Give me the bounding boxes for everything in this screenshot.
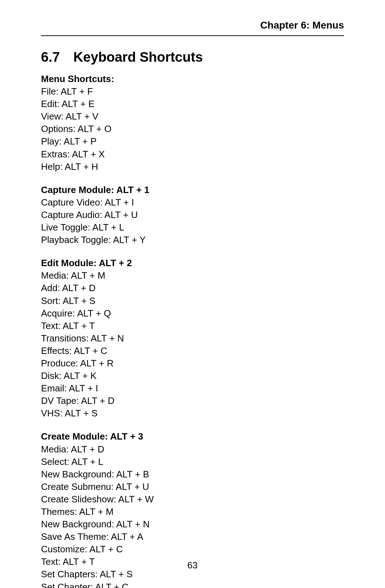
shortcut-group: Edit Module: ALT + 2Media: ALT + MAdd: A… xyxy=(41,257,344,420)
page-number: 63 xyxy=(0,560,385,571)
shortcut-line: New Background: ALT + B xyxy=(41,468,344,481)
shortcut-line: Select: ALT + L xyxy=(41,456,344,468)
shortcut-line: Customize: ALT + C xyxy=(41,543,344,556)
shortcut-line: Capture Video: ALT + I xyxy=(41,196,344,209)
shortcut-group: Capture Module: ALT + 1Capture Video: AL… xyxy=(41,184,344,246)
group-heading: Menu Shortcuts: xyxy=(41,73,344,85)
shortcut-line: View: ALT + V xyxy=(41,110,344,123)
section-heading-text: Keyboard Shortcuts xyxy=(73,50,203,65)
shortcut-group: Menu Shortcuts:File: ALT + FEdit: ALT + … xyxy=(41,73,344,173)
shortcut-line: DV Tape: ALT + D xyxy=(41,395,344,407)
shortcut-line: Sort: ALT + S xyxy=(41,295,344,307)
shortcut-line: Add: ALT + D xyxy=(41,282,344,294)
section-title: 6.7Keyboard Shortcuts xyxy=(41,50,344,65)
group-heading: Edit Module: ALT + 2 xyxy=(41,257,344,269)
shortcut-line: Produce: ALT + R xyxy=(41,357,344,370)
shortcut-line: New Background: ALT + N xyxy=(41,518,344,531)
shortcut-line: VHS: ALT + S xyxy=(41,407,344,420)
shortcut-line: Save As Theme: ALT + A xyxy=(41,531,344,543)
group-heading: Create Module: ALT + 3 xyxy=(41,430,344,443)
shortcut-line: Set Chapter: ALT + C xyxy=(41,581,344,588)
group-heading: Capture Module: ALT + 1 xyxy=(41,184,344,196)
chapter-header: Chapter 6: Menus xyxy=(41,20,344,36)
shortcut-line: Capture Audio: ALT + U xyxy=(41,209,344,221)
shortcut-line: Text: ALT + T xyxy=(41,320,344,332)
shortcuts-content: Menu Shortcuts:File: ALT + FEdit: ALT + … xyxy=(41,73,344,588)
shortcut-line: Acquire: ALT + Q xyxy=(41,307,344,320)
shortcut-line: Themes: ALT + M xyxy=(41,506,344,518)
shortcut-line: Help: ALT + H xyxy=(41,161,344,173)
shortcut-line: Create Submenu: ALT + U xyxy=(41,481,344,493)
shortcut-line: Playback Toggle: ALT + Y xyxy=(41,234,344,246)
shortcut-line: File: ALT + F xyxy=(41,85,344,98)
shortcut-line: Options: ALT + O xyxy=(41,123,344,135)
section-number: 6.7 xyxy=(41,50,60,65)
shortcut-line: Live Toggle: ALT + L xyxy=(41,221,344,234)
shortcut-line: Transitions: ALT + N xyxy=(41,332,344,345)
shortcut-line: Email: ALT + I xyxy=(41,382,344,395)
shortcut-line: Effects: ALT + C xyxy=(41,345,344,357)
shortcut-line: Edit: ALT + E xyxy=(41,98,344,110)
shortcut-line: Media: ALT + M xyxy=(41,269,344,282)
shortcut-line: Play: ALT + P xyxy=(41,135,344,148)
shortcut-line: Create Slideshow: ALT + W xyxy=(41,493,344,506)
shortcut-line: Extras: ALT + X xyxy=(41,148,344,161)
shortcut-line: Disk: ALT + K xyxy=(41,370,344,382)
shortcut-line: Media: ALT + D xyxy=(41,443,344,456)
